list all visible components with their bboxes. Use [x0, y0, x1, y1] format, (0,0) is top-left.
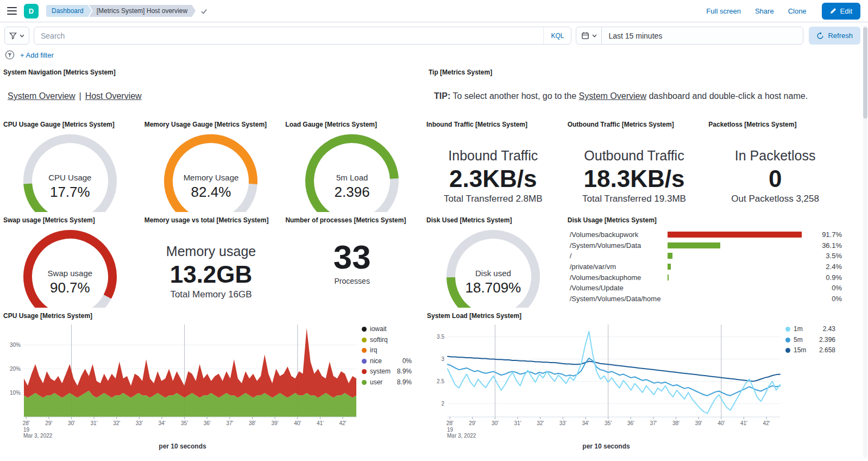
legend-value: 2.396 [819, 337, 835, 344]
panel-title[interactable]: Disk Usage [Metrics System] [568, 216, 842, 225]
share-link[interactable]: Share [755, 7, 774, 15]
panel-title[interactable]: Disk Used [Metrics System] [426, 216, 560, 225]
disk-usage-bar [668, 264, 671, 270]
clone-link[interactable]: Clone [788, 7, 807, 15]
query-bar: KQL Last 15 minutes Refresh [0, 22, 868, 47]
disk-mount-label: /Volumes/backupwork [570, 230, 668, 239]
full-screen-link[interactable]: Full screen [706, 7, 741, 15]
chevron-down-icon [20, 34, 24, 38]
gauge-label: Swap usage [18, 269, 122, 278]
svg-text:30': 30' [68, 420, 75, 426]
system-load-chart[interactable]: 28'29'30'31'32'33'34'35'36'37'38'39'40'4… [427, 322, 785, 441]
legend-item[interactable]: system8.9% [362, 368, 412, 375]
legend-label: 15m [794, 347, 819, 354]
system-navigation-links: System Overview|Host Overview [8, 91, 421, 101]
disk-used-gauge: Disk used 18.709% [442, 229, 545, 308]
gauge-label: Disk used [442, 269, 545, 278]
panel-title[interactable]: Packetloss [Metrics System] [708, 121, 842, 129]
panel-title[interactable]: Swap usage [Metrics System] [3, 216, 137, 225]
gauge-label: 5m Load [300, 173, 404, 182]
kql-button[interactable]: KQL [543, 27, 571, 44]
disk-usage-value: 0% [814, 295, 842, 303]
chevron-down-icon [592, 34, 597, 38]
refresh-icon [816, 32, 824, 40]
system-load-chart-area: 28'29'30'31'32'33'34'35'36'37'38'39'40'4… [427, 322, 842, 450]
system-overview-link[interactable]: System Overview [8, 91, 75, 101]
metric-heading: Memory usage [144, 242, 278, 261]
svg-text:41': 41' [317, 420, 324, 426]
svg-text:Mar 3, 2022: Mar 3, 2022 [23, 433, 53, 439]
legend-item[interactable]: nice0% [362, 358, 412, 365]
scrollbar-thumb[interactable] [863, 27, 867, 119]
svg-text:38': 38' [672, 420, 680, 426]
panel-title[interactable]: CPU Usage [Metrics System] [3, 312, 419, 320]
legend-label: irq [370, 347, 412, 354]
filter-in-circle-icon[interactable] [5, 50, 15, 60]
cpu-usage-chart[interactable]: 28'29'30'31'32'33'34'35'36'37'38'39'40'4… [3, 322, 362, 441]
cpu-usage-gauge: CPU Usage 17.7% [18, 133, 122, 212]
gauge-label: CPU Usage [18, 173, 122, 182]
legend-label: nice [370, 358, 402, 365]
top-navigation-bar: D Dashboard [Metrics System] Host overvi… [0, 0, 868, 22]
tip-system-overview-link[interactable]: System Overview [579, 91, 646, 101]
panel-title[interactable]: Number of processes [Metrics System] [285, 216, 419, 225]
legend-item[interactable]: user8.9% [362, 379, 412, 386]
legend-item[interactable]: irq [362, 347, 412, 354]
edit-button-label: Edit [840, 7, 852, 15]
legend-value: 0% [402, 358, 412, 365]
svg-text:28': 28' [446, 420, 454, 426]
gauge-label: Memory Usage [159, 173, 262, 182]
legend-item[interactable]: iowait [362, 326, 412, 333]
edit-button[interactable]: Edit [822, 3, 860, 20]
legend-color-dot [362, 348, 367, 353]
panel-title[interactable]: Tip [Metrics System] [429, 68, 842, 77]
search-input[interactable] [34, 27, 543, 44]
inbound-traffic-metric: Inbound Traffic 2.3KB/s Total Transferre… [426, 147, 560, 204]
legend-item[interactable]: 1m2.43 [785, 326, 835, 333]
disk-usage-row: /System/Volumes/Data/home0% [570, 294, 842, 304]
panel-title[interactable]: Outbound Traffic [Metrics System] [568, 121, 701, 129]
add-filter-button[interactable]: + Add filter [20, 51, 54, 59]
panel-title[interactable]: Memory Usage Gauge [Metrics System] [144, 121, 278, 129]
panel-title[interactable]: CPU Usage Gauge [Metrics System] [3, 121, 137, 129]
legend-value: 8.9% [397, 368, 412, 375]
link-separator: | [79, 91, 81, 101]
space-avatar[interactable]: D [24, 4, 39, 18]
disk-usage-row: /private/var/vm2.4% [570, 261, 842, 272]
time-range-display[interactable]: Last 15 minutes [601, 27, 803, 45]
host-overview-link[interactable]: Host Overview [85, 91, 142, 101]
disk-mount-label: /System/Volumes/Data [570, 241, 668, 250]
disk-mount-label: / [570, 252, 668, 260]
date-picker-button[interactable] [576, 27, 602, 45]
menu-button[interactable] [5, 4, 18, 17]
svg-text:3.5: 3.5 [437, 334, 444, 340]
svg-text:41': 41' [740, 420, 747, 426]
disk-mount-label: /private/var/vm [570, 263, 668, 271]
load-gauge: 5m Load 2.396 [300, 133, 404, 212]
dashboard-grid: System Navigation [Metrics System] Syste… [0, 64, 846, 450]
tip-bold-label: TIP: [434, 91, 450, 101]
legend-item[interactable]: 5m2.396 [785, 337, 835, 344]
disk-usage-row: /Volumes/Update0% [570, 283, 842, 294]
gauge-value: 2.396 [300, 184, 404, 201]
svg-text:Mar 3, 2022: Mar 3, 2022 [447, 433, 476, 439]
panel-title[interactable]: Load Gauge [Metrics System] [285, 121, 419, 129]
panel-title[interactable]: System Navigation [Metrics System] [3, 68, 421, 77]
outbound-traffic-metric: Outbound Traffic 18.3KB/s Total Transfer… [568, 147, 701, 204]
svg-text:33': 33' [559, 420, 567, 426]
legend-item[interactable]: softirq [362, 337, 412, 344]
saved-query-menu-button[interactable] [4, 27, 29, 45]
panel-title[interactable]: Memory usage vs total [Metrics System] [144, 216, 278, 225]
svg-text:28': 28' [23, 420, 30, 426]
legend-item[interactable]: 15m2.658 [785, 347, 835, 354]
svg-text:30': 30' [492, 420, 499, 426]
disk-usage-bar [668, 242, 720, 248]
vertical-scrollbar[interactable] [863, 25, 867, 458]
legend-color-dot [785, 338, 790, 342]
breadcrumb-dashboard[interactable]: Dashboard [46, 5, 92, 17]
refresh-button[interactable]: Refresh [809, 27, 860, 45]
panel-memory-usage-gauge: Memory Usage Gauge [Metrics System] Memo… [141, 116, 282, 212]
disk-usage-bar-area [668, 232, 814, 238]
panel-title[interactable]: System Load [Metrics System] [427, 312, 842, 320]
panel-title[interactable]: Inbound Traffic [Metrics System] [426, 121, 560, 129]
